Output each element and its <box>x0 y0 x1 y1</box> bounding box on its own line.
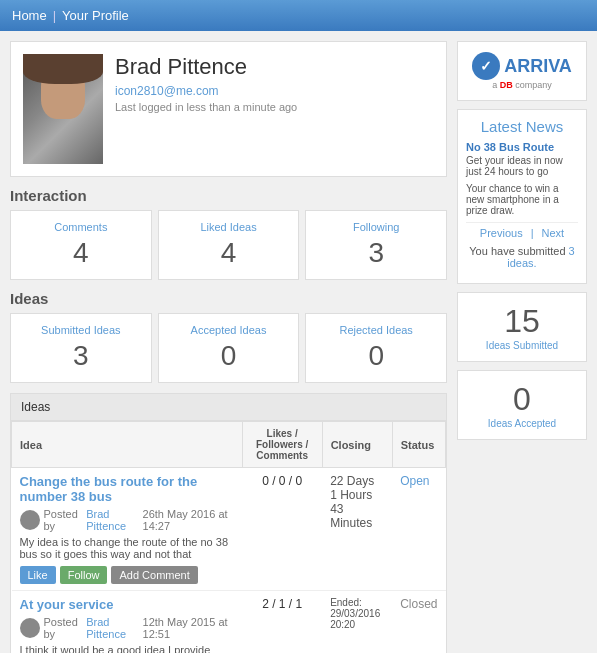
idea-title-2[interactable]: At your service <box>20 597 235 612</box>
idea-body-1: My idea is to change the route of the no… <box>20 536 235 560</box>
stat-following-label: Following <box>312 221 440 233</box>
col-idea: Idea <box>12 422 243 468</box>
news-item1-body: Get your ideas in now just 24 hours to g… <box>466 155 578 177</box>
idea-date-2: 12th May 2015 at 12:51 <box>143 616 235 640</box>
stat-submitted-value: 3 <box>17 340 145 372</box>
like-button-1[interactable]: Like <box>20 566 56 584</box>
closing-cell-1: 22 Days 1 Hours 43 Minutes <box>322 468 392 591</box>
col-likes: Likes / Followers / Comments <box>242 422 322 468</box>
stat-liked-value: 4 <box>165 237 293 269</box>
idea-title-1[interactable]: Change the bus route for the number 38 b… <box>20 474 235 504</box>
stat-accepted: Accepted Ideas 0 <box>158 313 300 383</box>
status-cell-1: Open <box>392 468 445 591</box>
latest-news-box: Latest News No 38 Bus Route Get your ide… <box>457 109 587 284</box>
likes-cell-1: 0 / 0 / 0 <box>242 468 322 591</box>
nav-separator: | <box>53 8 56 23</box>
status-badge-2: Closed <box>400 597 437 611</box>
stat-submitted-label: Submitted Ideas <box>17 324 145 336</box>
ideas-header: Ideas <box>10 290 447 307</box>
ideas-table-header: Ideas <box>11 394 446 421</box>
main-layout: Brad Pittence icon2810@me.com Last logge… <box>0 31 597 653</box>
closing-line1: 22 Days <box>330 474 384 488</box>
interaction-header: Interaction <box>10 187 447 204</box>
db-logo: DB <box>500 80 513 90</box>
idea-cell-1: Change the bus route for the number 38 b… <box>12 468 243 591</box>
right-stat-accepted-value: 0 <box>466 381 578 418</box>
arriva-sub: a DB company <box>468 80 576 90</box>
idea-actions-1: Like Follow Add Comment <box>20 566 235 584</box>
arriva-logo: ✓ ARRIVA <box>468 52 576 80</box>
right-column: ✓ ARRIVA a DB company Latest News No 38 … <box>457 41 587 653</box>
news-submitted: You have submitted 3 ideas. <box>466 245 578 269</box>
status-cell-2: Closed <box>392 591 445 654</box>
profile-name: Brad Pittence <box>115 54 434 80</box>
follow-button-1[interactable]: Follow <box>60 566 108 584</box>
right-stat-submitted-label: Ideas Submitted <box>466 340 578 351</box>
posted-by-1: Posted by <box>44 508 83 532</box>
stat-rejected: Rejected Ideas 0 <box>305 313 447 383</box>
idea-body-2: I think it would be a good idea I provid… <box>20 644 235 653</box>
avatar <box>23 54 103 164</box>
col-closing: Closing <box>322 422 392 468</box>
stat-accepted-label: Accepted Ideas <box>165 324 293 336</box>
news-next[interactable]: Next <box>542 227 565 239</box>
arriva-name: ARRIVA <box>504 56 572 77</box>
closing-line2: 1 Hours <box>330 488 384 502</box>
avatar-image <box>23 54 103 164</box>
news-prev[interactable]: Previous <box>480 227 523 239</box>
col-status: Status <box>392 422 445 468</box>
stat-liked-label: Liked Ideas <box>165 221 293 233</box>
posted-by-2: Posted by <box>44 616 83 640</box>
table-row: At your service Posted by Brad Pittence … <box>12 591 446 654</box>
profile-email[interactable]: icon2810@me.com <box>115 84 434 98</box>
news-item1-title[interactable]: No 38 Bus Route <box>466 141 578 153</box>
nav-your-profile[interactable]: Your Profile <box>62 8 129 23</box>
stat-comments-label: Comments <box>17 221 145 233</box>
news-nav-sep: | <box>531 227 534 239</box>
top-nav: Home | Your Profile <box>0 0 597 31</box>
news-nav: Previous | Next <box>466 222 578 239</box>
stat-liked-ideas: Liked Ideas 4 <box>158 210 300 280</box>
stat-rejected-value: 0 <box>312 340 440 372</box>
idea-cell-2: At your service Posted by Brad Pittence … <box>12 591 243 654</box>
closing-line3: 43 Minutes <box>330 502 384 530</box>
likes-cell-2: 2 / 1 / 1 <box>242 591 322 654</box>
right-stat-submitted: 15 Ideas Submitted <box>457 292 587 362</box>
table-row: Change the bus route for the number 38 b… <box>12 468 446 591</box>
profile-info: Brad Pittence icon2810@me.com Last logge… <box>115 54 434 164</box>
ended-label: Ended: <box>330 597 384 608</box>
status-badge-1: Open <box>400 474 429 488</box>
right-stat-accepted-label: Ideas Accepted <box>466 418 578 429</box>
avatar-small-1 <box>20 510 40 530</box>
ideas-table: Idea Likes / Followers / Comments Closin… <box>11 421 446 653</box>
right-stat-submitted-value: 15 <box>466 303 578 340</box>
likes-value-2: 2 / 1 / 1 <box>262 597 302 611</box>
right-stat-accepted: 0 Ideas Accepted <box>457 370 587 440</box>
nav-home[interactable]: Home <box>12 8 47 23</box>
closing-cell-2: Ended: 29/03/2016 20:20 <box>322 591 392 654</box>
idea-meta-2: Posted by Brad Pittence 12th May 2015 at… <box>20 616 235 640</box>
idea-meta-1: Posted by Brad Pittence 26th May 2016 at… <box>20 508 235 532</box>
latest-news-title: Latest News <box>466 118 578 135</box>
ended-date: 29/03/2016 20:20 <box>330 608 384 630</box>
stat-following-value: 3 <box>312 237 440 269</box>
profile-section: Brad Pittence icon2810@me.com Last logge… <box>10 41 447 177</box>
ideas-container: Ideas Idea Likes / Followers / Comments … <box>10 393 447 653</box>
stat-comments: Comments 4 <box>10 210 152 280</box>
stat-following: Following 3 <box>305 210 447 280</box>
arriva-banner: ✓ ARRIVA a DB company <box>457 41 587 101</box>
idea-date-1: 26th May 2016 at 14:27 <box>143 508 235 532</box>
idea-author-2[interactable]: Brad Pittence <box>86 616 138 640</box>
stat-submitted: Submitted Ideas 3 <box>10 313 152 383</box>
arriva-checkmark: ✓ <box>472 52 500 80</box>
interaction-stats: Comments 4 Liked Ideas 4 Following 3 <box>10 210 447 280</box>
stat-accepted-value: 0 <box>165 340 293 372</box>
likes-value-1: 0 / 0 / 0 <box>262 474 302 488</box>
stat-rejected-label: Rejected Ideas <box>312 324 440 336</box>
news-item2-body: Your chance to win a new smartphone in a… <box>466 183 578 216</box>
profile-last-login: Last logged in less than a minute ago <box>115 101 434 113</box>
comment-button-1[interactable]: Add Comment <box>111 566 197 584</box>
idea-author-1[interactable]: Brad Pittence <box>86 508 138 532</box>
ideas-stats: Submitted Ideas 3 Accepted Ideas 0 Rejec… <box>10 313 447 383</box>
stat-comments-value: 4 <box>17 237 145 269</box>
